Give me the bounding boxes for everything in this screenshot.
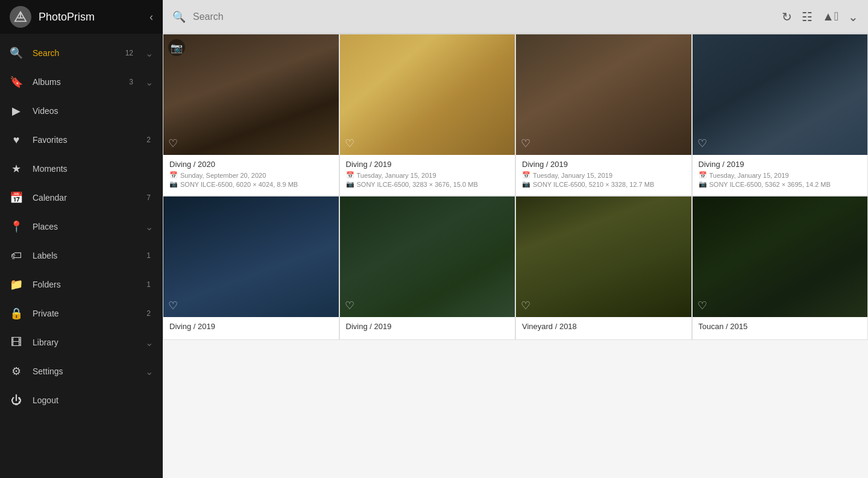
- camera-meta-icon-2: 📷: [346, 180, 354, 188]
- photo-camera-row-4: 📷 SONY ILCE-6500, 5362 × 3695, 14.2 MB: [699, 180, 862, 188]
- videos-icon: ▶: [10, 104, 23, 118]
- photo-date-row-3: 📅 Tuesday, January 15, 2019: [522, 171, 685, 179]
- sidebar-item-moments[interactable]: ★ Moments: [0, 154, 163, 183]
- sidebar-label-logout: Logout: [33, 395, 153, 405]
- photo-title-6: Diving / 2019: [346, 322, 509, 331]
- photo-camera-1: SONY ILCE-6500, 6020 × 4024, 8.9 MB: [180, 181, 298, 188]
- sidebar-count-labels: 1: [146, 251, 151, 260]
- app-name: PhotoPrism: [39, 11, 142, 24]
- favorite-button-4[interactable]: ♡: [697, 137, 707, 150]
- photo-card-4[interactable]: ♡ Diving / 2019 📅 Tuesday, January 15, 2…: [692, 34, 869, 196]
- library-icon: 🎞: [10, 336, 23, 349]
- photo-thumbnail-1: 📷 ♡: [163, 34, 339, 155]
- sidebar-navigation: 🔍 Search 12 ⌄ 🔖 Albums 3 ⌄ ▶ Videos ♥ Fa…: [0, 34, 163, 478]
- moments-icon: ★: [10, 162, 23, 175]
- sidebar-item-places[interactable]: 📍 Places ⌄: [0, 212, 163, 241]
- photo-thumbnail-6: ♡: [340, 197, 515, 317]
- albums-icon: 🔖: [10, 75, 23, 89]
- photo-date-2: Tuesday, January 15, 2019: [357, 172, 436, 179]
- search-input[interactable]: [193, 11, 775, 22]
- sidebar-item-private[interactable]: 🔒 Private 2: [0, 299, 163, 328]
- photo-card-7[interactable]: ♡ Vineyard / 2018: [515, 196, 692, 340]
- sidebar-label-library: Library: [33, 338, 136, 347]
- photo-card-1[interactable]: 📷 ♡ Diving / 2020 📅 Sunday, September 20…: [163, 34, 339, 196]
- upload-button[interactable]: ▲⃝: [822, 10, 838, 24]
- photo-card-3[interactable]: ♡ Diving / 2019 📅 Tuesday, January 15, 2…: [515, 34, 692, 196]
- sidebar-item-videos[interactable]: ▶ Videos: [0, 96, 163, 125]
- photo-card-6[interactable]: ♡ Diving / 2019: [339, 196, 516, 340]
- sidebar-arrow-search: ⌄: [145, 48, 153, 59]
- photo-title-4: Diving / 2019: [699, 160, 862, 169]
- sidebar-label-albums: Albums: [33, 77, 119, 87]
- photo-thumbnail-5: ♡: [163, 197, 339, 317]
- sidebar-arrow-library: ⌄: [145, 337, 153, 348]
- photo-info-8: Toucan / 2015: [693, 317, 868, 339]
- camera-meta-icon-3: 📷: [522, 180, 530, 188]
- sidebar-label-favorites: Favorites: [33, 135, 137, 145]
- sidebar-item-settings[interactable]: ⚙ Settings ⌄: [0, 357, 163, 386]
- places-icon: 📍: [10, 220, 23, 233]
- sidebar-label-settings: Settings: [33, 366, 136, 376]
- photo-date-row-4: 📅 Tuesday, January 15, 2019: [699, 171, 862, 179]
- logout-icon: ⏻: [10, 394, 23, 407]
- sidebar-label-folders: Folders: [33, 280, 137, 289]
- photo-title-1: Diving / 2020: [169, 160, 333, 169]
- photo-title-8: Toucan / 2015: [699, 322, 862, 331]
- photo-grid-container: 📷 ♡ Diving / 2020 📅 Sunday, September 20…: [163, 34, 868, 478]
- sidebar-count-private: 2: [146, 309, 151, 318]
- photo-grid: 📷 ♡ Diving / 2020 📅 Sunday, September 20…: [163, 34, 868, 340]
- settings-icon: ⚙: [10, 365, 23, 378]
- sidebar-item-search[interactable]: 🔍 Search 12 ⌄: [0, 39, 163, 68]
- photo-info-1: Diving / 2020 📅 Sunday, September 20, 20…: [163, 155, 339, 195]
- sidebar-item-library[interactable]: 🎞 Library ⌄: [0, 328, 163, 357]
- photo-thumbnail-7: ♡: [516, 197, 691, 317]
- camera-icon: 📷: [168, 39, 185, 56]
- sidebar-item-albums[interactable]: 🔖 Albums 3 ⌄: [0, 68, 163, 96]
- favorite-button-2[interactable]: ♡: [345, 137, 354, 150]
- photo-thumbnail-4: ♡: [693, 34, 868, 155]
- sidebar-count-albums: 3: [129, 78, 133, 86]
- photo-info-5: Diving / 2019: [163, 317, 339, 339]
- photo-date-3: Tuesday, January 15, 2019: [533, 172, 612, 179]
- calendar-icon-2: 📅: [346, 171, 354, 179]
- app-logo: [10, 6, 31, 28]
- photo-camera-4: SONY ILCE-6500, 5362 × 3695, 14.2 MB: [709, 181, 831, 188]
- photo-title-3: Diving / 2019: [522, 160, 685, 169]
- photo-title-2: Diving / 2019: [346, 160, 509, 169]
- grid-view-button[interactable]: ☷: [802, 10, 813, 24]
- favorite-button-3[interactable]: ♡: [521, 137, 530, 150]
- photo-info-2: Diving / 2019 📅 Tuesday, January 15, 201…: [340, 155, 515, 195]
- sidebar-count-calendar: 7: [146, 193, 151, 202]
- sidebar-count-folders: 1: [146, 280, 151, 289]
- refresh-button[interactable]: ↻: [782, 10, 792, 24]
- photo-card-8[interactable]: ♡ Toucan / 2015: [692, 196, 869, 340]
- favorite-button-8[interactable]: ♡: [697, 299, 707, 312]
- more-button[interactable]: ⌄: [848, 10, 858, 24]
- sidebar-item-labels[interactable]: 🏷 Labels 1: [0, 241, 163, 270]
- photo-camera-row-1: 📷 SONY ILCE-6500, 6020 × 4024, 8.9 MB: [169, 180, 333, 188]
- sidebar-label-labels: Labels: [33, 251, 137, 260]
- favorite-button-7[interactable]: ♡: [521, 299, 530, 312]
- favorites-icon: ♥: [10, 134, 23, 146]
- photo-camera-row-3: 📷 SONY ILCE-6500, 5210 × 3328, 12.7 MB: [522, 180, 685, 188]
- favorite-button-6[interactable]: ♡: [345, 299, 354, 312]
- sidebar-item-calendar[interactable]: 📅 Calendar 7: [0, 183, 163, 212]
- photo-card-2[interactable]: ♡ Diving / 2019 📅 Tuesday, January 15, 2…: [339, 34, 516, 196]
- photo-title-7: Vineyard / 2018: [522, 322, 685, 331]
- sidebar-label-calendar: Calendar: [33, 193, 137, 203]
- photo-camera-2: SONY ILCE-6500, 3283 × 3676, 15.0 MB: [357, 181, 478, 188]
- favorite-button-5[interactable]: ♡: [168, 299, 178, 312]
- sidebar-label-search: Search: [33, 48, 116, 58]
- photo-thumbnail-3: ♡: [516, 34, 691, 155]
- photo-date-row-1: 📅 Sunday, September 20, 2020: [169, 171, 333, 179]
- sidebar-item-logout[interactable]: ⏻ Logout: [0, 386, 163, 415]
- sidebar-arrow-places: ⌄: [145, 221, 153, 233]
- favorite-button-1[interactable]: ♡: [168, 137, 178, 150]
- sidebar-header[interactable]: PhotoPrism ‹: [0, 0, 163, 34]
- sidebar-item-favorites[interactable]: ♥ Favorites 2: [0, 125, 163, 154]
- sidebar-arrow-settings: ⌄: [145, 366, 153, 377]
- photo-card-5[interactable]: ♡ Diving / 2019: [163, 196, 339, 340]
- sidebar-item-folders[interactable]: 📁 Folders 1: [0, 270, 163, 299]
- collapse-icon[interactable]: ‹: [149, 11, 153, 24]
- calendar-icon-3: 📅: [522, 171, 530, 179]
